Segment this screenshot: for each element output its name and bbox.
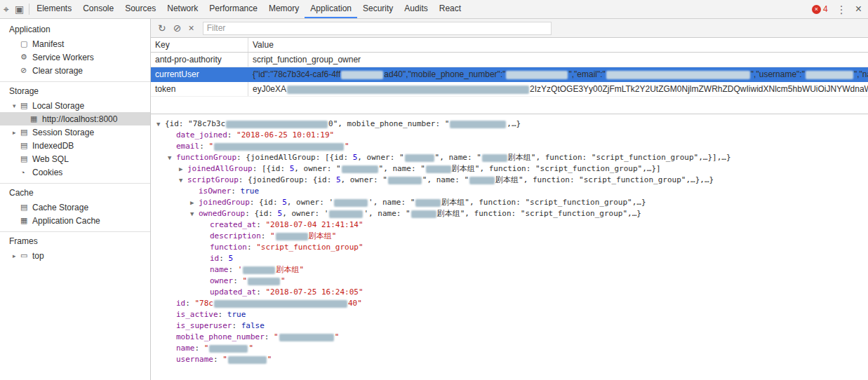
tab-network[interactable]: Network: [161, 0, 203, 18]
error-badge[interactable]: × 4: [812, 4, 828, 14]
tree-line[interactable]: username: "": [151, 354, 868, 365]
tree-line[interactable]: owner: "": [151, 276, 868, 287]
database-icon: ▤: [20, 154, 32, 163]
tree-line[interactable]: is_superuser: false: [151, 320, 868, 332]
tree-line[interactable]: ▶joinedGroup: {id: 5, owner: '', name: "…: [151, 197, 868, 208]
clear-all-icon[interactable]: ⊘: [173, 23, 182, 33]
property-name: is_active: [176, 310, 218, 319]
sidebar-item-web-sql[interactable]: ▤Web SQL: [0, 152, 150, 165]
filter-input[interactable]: [203, 22, 552, 35]
tree-expander-closed-icon[interactable]: ▶: [190, 197, 199, 208]
device-toolbar-icon[interactable]: ▣: [15, 4, 24, 14]
tree-line[interactable]: mobile_phone_number: "": [151, 332, 868, 343]
devtools-window: ⌖ ▣ ElementsConsoleSourcesNetworkPerform…: [0, 0, 868, 380]
storage-row-currentuser[interactable]: currentUser{"id":"78c7b3c4-caf6-4ffad40"…: [151, 67, 868, 82]
sidebar-section-storage: Storage▾▤Local Storage▦http://localhost:…: [0, 81, 150, 183]
redacted-text: [228, 356, 267, 364]
tree-line[interactable]: ▼functionGroup: {joinedAllGroup: [{id: 5…: [151, 152, 868, 163]
storage-row-token[interactable]: tokeneyJ0eXA2IzYzQtOGE3Yy00ZjFmLTk2Y2UtZ…: [151, 82, 868, 97]
tab-memory[interactable]: Memory: [263, 0, 305, 18]
tree-line[interactable]: created_at: "2018-07-04 21:41:14": [151, 219, 868, 231]
topbar-right: × 4 ⋮ ×: [812, 0, 868, 18]
tree-line[interactable]: name: "": [151, 343, 868, 354]
redacted-text: [329, 210, 363, 218]
redacted-text: [214, 300, 347, 308]
text-segment: eyJ0eXA: [253, 84, 286, 94]
refresh-icon[interactable]: ↻: [158, 23, 166, 33]
column-header-key[interactable]: Key: [151, 38, 248, 52]
devtools-topbar: ⌖ ▣ ElementsConsoleSourcesNetworkPerform…: [0, 0, 868, 19]
sidebar-item-local-storage[interactable]: ▾▤Local Storage: [0, 99, 150, 112]
tree-line[interactable]: name: '剧本组": [151, 264, 868, 276]
text-segment: ": [248, 344, 253, 353]
tree-line[interactable]: id: "78c40": [151, 298, 868, 309]
tree-line[interactable]: isOwner: true: [151, 186, 868, 197]
tree-expander-open-icon[interactable]: ▼: [190, 208, 199, 219]
text-segment: :: [213, 355, 222, 364]
tree-line[interactable]: ▼{id: "78c7b3c0", mobile_phone_number: "…: [151, 118, 868, 130]
sidebar-item-label: Manifest: [32, 39, 64, 49]
text-segment: : {id:: [250, 198, 282, 207]
tab-sources[interactable]: Sources: [119, 0, 161, 18]
tab-security[interactable]: Security: [357, 0, 399, 18]
tree-line[interactable]: is_active: true: [151, 309, 868, 320]
tab-application[interactable]: Application: [305, 0, 357, 18]
sidebar-item-label: Cookies: [32, 168, 62, 177]
triangle-closed-icon[interactable]: ▸: [13, 129, 20, 136]
sidebar-item-application-cache[interactable]: ▦Application Cache: [0, 214, 150, 227]
text-segment: ,…}: [507, 119, 521, 128]
text-segment: 剧本组": [276, 265, 304, 274]
delete-selected-icon[interactable]: ×: [188, 23, 194, 33]
text-segment: :: [199, 142, 208, 151]
triangle-open-icon[interactable]: ▾: [13, 102, 20, 109]
sidebar-item-top[interactable]: ▸▭top: [0, 249, 150, 262]
sidebar-item-indexeddb[interactable]: ▤IndexedDB: [0, 139, 150, 152]
tab-audits[interactable]: Audits: [399, 0, 433, 18]
tab-react[interactable]: React: [434, 0, 467, 18]
tree-line[interactable]: ▶joinedAllGroup: [{id: 5, owner: "", nam…: [151, 163, 868, 175]
tree-line[interactable]: updated_at: "2018-07-25 16:24:05": [151, 287, 868, 298]
property-name: updated_at: [210, 287, 256, 297]
sidebar-item-clear-storage[interactable]: ⊘Clear storage: [0, 64, 150, 77]
sidebar-item-service-workers[interactable]: ⚙Service Workers: [0, 50, 150, 64]
text-segment: ": [208, 142, 213, 151]
text-segment: ", name: ": [435, 153, 481, 162]
tree-line[interactable]: function: "script_function_group": [151, 242, 868, 253]
sidebar-item-cookies[interactable]: ◔Cookies: [0, 165, 150, 179]
sidebar-section-title: Cache: [0, 184, 150, 201]
text-segment: ad40","mobile_phone_number":": [384, 69, 505, 79]
storage-row-antd-pro-authority[interactable]: antd-pro-authorityscript_function_group_…: [151, 53, 868, 67]
text-segment: : {joinedGroup: {id:: [239, 175, 336, 184]
column-header-value[interactable]: Value: [248, 38, 868, 52]
redacted-text: [450, 121, 506, 128]
tree-expander-open-icon[interactable]: ▼: [168, 152, 176, 163]
sidebar-item-manifest[interactable]: ▢Manifest: [0, 37, 150, 50]
tree-line[interactable]: ▼ownedGroup: {id: 5, owner: '', name: "剧…: [151, 208, 868, 219]
tree-line[interactable]: id: 5: [151, 253, 868, 264]
tab-performance[interactable]: Performance: [203, 0, 263, 18]
tree-line[interactable]: ▼scriptGroup: {joinedGroup: {id: 5, owne…: [151, 175, 868, 186]
sidebar-item-cache-storage[interactable]: ▤Cache Storage: [0, 201, 150, 214]
tree-expander-open-icon[interactable]: ▼: [156, 118, 165, 130]
database-icon: ▤: [20, 128, 32, 137]
topbar-divider: [29, 4, 29, 15]
sidebar-item-http-localhost-8000[interactable]: ▦http://localhost:8000: [0, 112, 150, 125]
tree-line[interactable]: date_joined: "2018-06-25 10:01:19": [151, 130, 868, 141]
more-menu-icon[interactable]: ⋮: [836, 4, 847, 15]
text-segment: 剧本组", function: "script_function_group",…: [495, 175, 714, 184]
text-segment: ": [274, 332, 279, 341]
tree-line[interactable]: description: "剧本组": [151, 231, 868, 242]
triangle-closed-icon[interactable]: ▸: [13, 252, 20, 259]
inspect-element-icon[interactable]: ⌖: [4, 4, 9, 14]
tab-elements[interactable]: Elements: [31, 0, 77, 18]
tree-expander-closed-icon[interactable]: ▶: [179, 163, 187, 175]
close-icon[interactable]: ×: [855, 4, 862, 15]
text-segment: , owner: ": [357, 153, 403, 162]
database-icon: ▤: [20, 101, 32, 110]
sidebar-item-session-storage[interactable]: ▸▤Session Storage: [0, 125, 150, 139]
tree-expander-open-icon[interactable]: ▼: [179, 175, 187, 186]
tab-console[interactable]: Console: [77, 0, 119, 18]
tree-line[interactable]: email: "": [151, 141, 868, 152]
text-segment: :: [227, 130, 236, 140]
row-value: eyJ0eXA2IzYzQtOGE3Yy00ZjFmLTk2Y2UtZGM0Nj…: [248, 82, 868, 96]
